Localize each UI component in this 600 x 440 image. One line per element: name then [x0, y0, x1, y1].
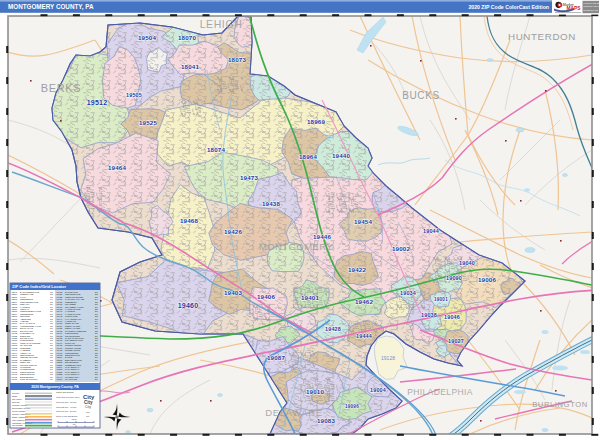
svg-text:18964: 18964	[299, 153, 318, 160]
svg-text:19128: 19128	[381, 355, 395, 361]
svg-text:19040: 19040	[459, 260, 475, 266]
svg-text:19401: 19401	[301, 294, 320, 301]
svg-text:MAPS: MAPS	[567, 6, 582, 11]
svg-text:19426: 19426	[224, 228, 243, 235]
svg-text:18041: 18041	[181, 63, 200, 70]
svg-text:19512: 19512	[87, 99, 107, 106]
svg-text:19464: 19464	[108, 164, 127, 171]
svg-text:19004: 19004	[370, 387, 386, 393]
svg-text:18070: 18070	[178, 34, 197, 41]
svg-text:BURLINGTON: BURLINGTON	[532, 400, 588, 409]
svg-text:BERKS: BERKS	[41, 82, 81, 94]
svg-text:19087: 19087	[267, 354, 286, 361]
svg-text:Minor Roads: Minor Roads	[12, 410, 26, 412]
svg-text:2020 Montgomery County, PA: 2020 Montgomery County, PA	[31, 385, 79, 389]
svg-text:MONTGOMERY: MONTGOMERY	[259, 241, 333, 252]
svg-text:City: City	[85, 405, 91, 409]
svg-text:19044: 19044	[423, 228, 439, 234]
svg-text:DELAWARE: DELAWARE	[265, 407, 322, 418]
svg-text:19006: 19006	[478, 276, 497, 283]
svg-text:19002: 19002	[392, 245, 411, 252]
svg-text:19001: 19001	[434, 297, 448, 302]
svg-text:19406: 19406	[12, 378, 19, 380]
svg-text:19096: 19096	[345, 404, 359, 409]
svg-text:19046: 19046	[444, 314, 460, 320]
svg-text:19422: 19422	[348, 266, 367, 273]
svg-text:km: km	[73, 423, 76, 425]
svg-text:19066: 19066	[57, 378, 64, 380]
svg-text:19403: 19403	[224, 289, 243, 296]
svg-text:KING OF PRUSSIA: KING OF PRUSSIA	[20, 378, 39, 380]
svg-text:HUNTERDON: HUNTERDON	[508, 31, 576, 42]
svg-text:Streets: Streets	[12, 401, 20, 403]
svg-text:19027: 19027	[448, 338, 464, 344]
svg-text:19010: 19010	[306, 388, 325, 395]
svg-text:19504: 19504	[138, 34, 157, 41]
svg-text:19438: 19438	[262, 200, 281, 207]
svg-text:ZIP Code Index/Grid Locator: ZIP Code Index/Grid Locator	[12, 284, 66, 289]
svg-text:City: City	[84, 400, 93, 405]
svg-text:19473: 19473	[240, 174, 259, 181]
svg-text:ZIP Code: ZIP Code	[12, 398, 22, 400]
svg-text:19525: 19525	[139, 119, 158, 126]
svg-text:19460: 19460	[178, 302, 198, 309]
svg-text:19468: 19468	[180, 217, 199, 224]
svg-text:19428: 19428	[325, 326, 341, 332]
svg-text:City: City	[86, 415, 89, 417]
svg-text:19038: 19038	[421, 312, 437, 318]
svg-text:18969: 18969	[307, 118, 326, 125]
svg-text:Toll Roads: Toll Roads	[12, 424, 24, 426]
svg-text:19505: 19505	[126, 92, 142, 98]
svg-text:DesktopMAPS: DesktopMAPS	[584, 9, 599, 11]
svg-text:GLADWYNE: GLADWYNE	[65, 378, 78, 380]
svg-text:1-800-MAPS-123: 1-800-MAPS-123	[584, 2, 600, 4]
svg-text:19462: 19462	[355, 298, 374, 305]
svg-text:18073: 18073	[228, 56, 247, 63]
svg-text:19083: 19083	[317, 417, 336, 424]
svg-text:State: State	[12, 395, 18, 397]
svg-text:Cities and Towns: Cities and Towns	[56, 391, 74, 393]
svg-text:19406: 19406	[257, 293, 276, 300]
svg-text:PHILADELPHIA: PHILADELPHIA	[407, 387, 473, 397]
svg-text:19454: 19454	[354, 218, 373, 225]
svg-text:19440: 19440	[332, 152, 351, 159]
svg-text:BUCKS: BUCKS	[402, 90, 439, 101]
svg-text:2020 ZIP Code ColorCast Editio: 2020 ZIP Code ColorCast Edition	[468, 4, 549, 10]
svg-text:19446: 19446	[313, 233, 332, 240]
svg-text:19090: 19090	[446, 275, 462, 281]
svg-text:miles: miles	[72, 418, 77, 420]
svg-text:MarketMAPS.com: MarketMAPS.com	[584, 5, 600, 7]
svg-text:19444: 19444	[356, 333, 372, 339]
svg-text:County: County	[12, 392, 20, 394]
svg-text:US Highways: US Highways	[12, 419, 27, 421]
svg-text:LEHIGH: LEHIGH	[200, 18, 243, 30]
svg-text:18074: 18074	[207, 146, 226, 153]
svg-text:19034: 19034	[400, 290, 416, 296]
svg-text:MONTGOMERY COUNTY, PA: MONTGOMERY COUNTY, PA	[8, 3, 94, 11]
